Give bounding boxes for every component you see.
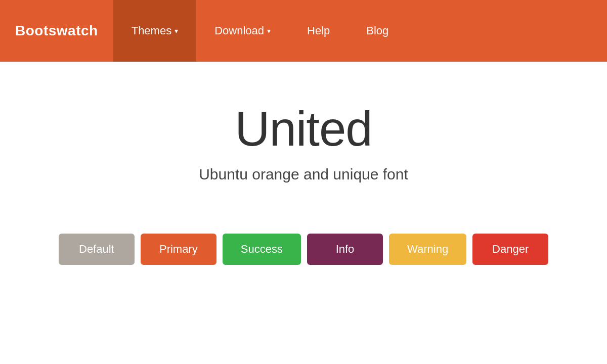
nav-blog-label: Blog: [366, 24, 388, 37]
nav-menu: Themes ▾ Download ▾ Help Blog: [113, 0, 407, 62]
btn-default[interactable]: Default: [59, 234, 135, 265]
hero-section: United Ubuntu orange and unique font: [0, 62, 607, 213]
nav-item-themes[interactable]: Themes ▾: [113, 0, 196, 62]
navbar: Bootswatch Themes ▾ Download ▾ Help Blog: [0, 0, 607, 62]
btn-danger[interactable]: Danger: [472, 234, 548, 265]
chevron-down-icon: ▾: [267, 27, 271, 35]
chevron-down-icon: ▾: [175, 27, 178, 35]
nav-themes-label: Themes: [132, 24, 171, 37]
nav-download-label: Download: [214, 24, 264, 37]
nav-item-blog[interactable]: Blog: [348, 0, 407, 62]
btn-info[interactable]: Info: [307, 234, 383, 265]
btn-primary[interactable]: Primary: [141, 234, 216, 265]
btn-success[interactable]: Success: [223, 234, 301, 265]
nav-help-label: Help: [307, 24, 330, 37]
brand-logo[interactable]: Bootswatch: [0, 0, 113, 62]
buttons-row: Default Primary Success Info Warning Dan…: [0, 213, 607, 295]
nav-item-help[interactable]: Help: [289, 0, 348, 62]
nav-item-download[interactable]: Download ▾: [196, 0, 289, 62]
page-title: United: [235, 102, 372, 156]
hero-subtitle: Ubuntu orange and unique font: [199, 166, 408, 183]
btn-warning[interactable]: Warning: [389, 234, 466, 265]
